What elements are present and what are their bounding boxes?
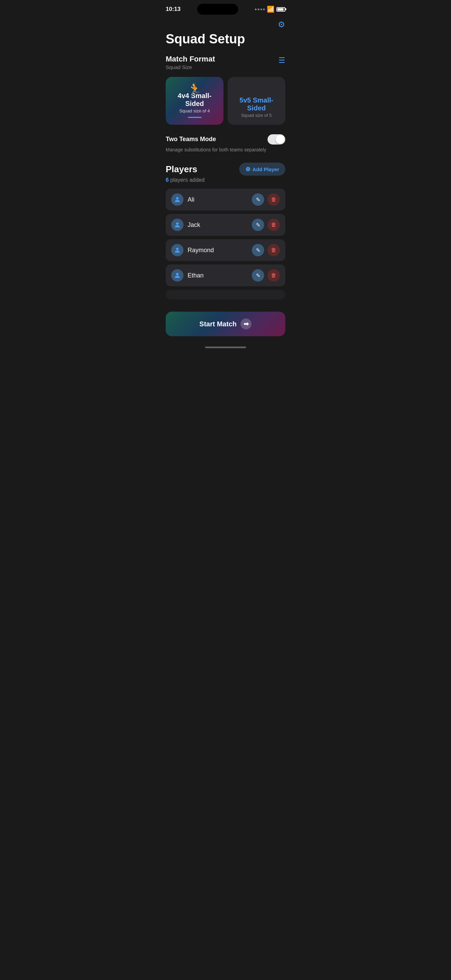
player-left-ali: Ali (171, 193, 194, 206)
two-teams-label: Two Teams Mode (166, 136, 216, 143)
players-count-label: players added (170, 177, 205, 183)
status-time: 10:13 (166, 6, 180, 13)
running-icon: 🏃 (187, 82, 202, 97)
players-count-number: 6 (166, 177, 169, 183)
edit-button-ali[interactable]: ✎ (252, 193, 264, 206)
match-format-subtitle: Squad Size (166, 64, 215, 70)
home-indicator (159, 343, 292, 351)
settings-row: ⚙ (159, 17, 292, 31)
format-card-4v4[interactable]: 🏃 4v4 Small-Sided Squad size of 4 (166, 77, 224, 125)
match-format-title-group: Match Format Squad Size (166, 55, 215, 70)
toggle-knob (276, 135, 284, 144)
wifi-icon: 📶 (267, 5, 274, 13)
two-teams-section: Two Teams Mode Manage substitutions for … (159, 127, 292, 156)
avatar (171, 219, 183, 231)
player-left-jack: Jack (171, 219, 200, 231)
format-card-4v4-subtitle: Squad size of 4 (179, 108, 210, 113)
table-row[interactable]: Ethan ✎ 🗑 (166, 264, 285, 286)
two-teams-description: Manage substitutions for both teams sepa… (166, 147, 266, 153)
format-cards: 🏃 4v4 Small-Sided Squad size of 4 5v5 Sm… (159, 73, 292, 127)
dynamic-island (197, 4, 238, 15)
table-row[interactable]: Jack ✎ 🗑 (166, 214, 285, 236)
status-bar: 10:13 📶 (159, 0, 292, 17)
players-title: Players (166, 164, 197, 175)
player-actions-jack: ✎ 🗑 (252, 219, 280, 231)
player-left-raymond: Raymond (171, 244, 214, 256)
add-player-plus-icon: ⊕ (245, 165, 251, 173)
start-match-button[interactable]: Start Match ➡ (166, 312, 285, 336)
svg-point-3 (176, 273, 178, 275)
battery-icon (276, 7, 285, 12)
partial-player-row (166, 290, 285, 299)
players-count: 6 players added (166, 177, 285, 183)
add-player-label: Add Player (252, 166, 279, 172)
delete-button-ethan[interactable]: 🗑 (268, 269, 280, 282)
player-name-jack: Jack (187, 221, 200, 229)
player-actions-raymond: ✎ 🗑 (252, 244, 280, 256)
start-match-container: Start Match ➡ (159, 306, 292, 343)
edit-button-jack[interactable]: ✎ (252, 219, 264, 231)
format-card-5v5-subtitle: Squad size of 5 (241, 113, 272, 118)
player-name-ali: Ali (187, 196, 194, 203)
signal-icon (255, 8, 265, 10)
start-match-label: Start Match (200, 320, 237, 328)
avatar (171, 193, 183, 206)
svg-point-0 (176, 197, 178, 200)
players-section: Players ⊕ Add Player 6 players added Ali (159, 156, 292, 304)
player-actions-ali: ✎ 🗑 (252, 193, 280, 206)
player-name-ethan: Ethan (187, 272, 203, 279)
svg-point-2 (176, 248, 178, 250)
delete-button-raymond[interactable]: 🗑 (268, 244, 280, 256)
home-bar (205, 347, 246, 348)
status-icons: 📶 (255, 5, 285, 13)
player-left-ethan: Ethan (171, 269, 203, 282)
match-format-title: Match Format (166, 55, 215, 64)
edit-button-raymond[interactable]: ✎ (252, 244, 264, 256)
avatar (171, 244, 183, 256)
format-card-5v5[interactable]: 5v5 Small-Sided Squad size of 5 (227, 77, 285, 125)
filter-icon[interactable]: ☰ (278, 56, 285, 65)
two-teams-toggle[interactable] (268, 134, 285, 145)
delete-button-jack[interactable]: 🗑 (268, 219, 280, 231)
add-player-button[interactable]: ⊕ Add Player (239, 163, 285, 176)
player-list: Ali ✎ 🗑 Jack ✎ 🗑 (166, 189, 285, 299)
start-match-arrow-icon: ➡ (241, 318, 251, 329)
page-title: Squad Setup (159, 31, 292, 55)
settings-icon[interactable]: ⚙ (278, 20, 285, 29)
player-actions-ethan: ✎ 🗑 (252, 269, 280, 282)
toggle-row: Two Teams Mode (166, 134, 285, 145)
edit-button-ethan[interactable]: ✎ (252, 269, 264, 282)
active-format-indicator (188, 117, 202, 118)
match-format-header: Match Format Squad Size ☰ (159, 55, 292, 73)
table-row[interactable]: Ali ✎ 🗑 (166, 189, 285, 210)
delete-button-ali[interactable]: 🗑 (268, 193, 280, 206)
table-row[interactable]: Raymond ✎ 🗑 (166, 239, 285, 261)
avatar (171, 269, 183, 282)
format-card-5v5-title: 5v5 Small-Sided (233, 96, 280, 112)
player-name-raymond: Raymond (187, 247, 214, 254)
svg-point-1 (176, 223, 178, 225)
players-header: Players ⊕ Add Player (166, 163, 285, 176)
